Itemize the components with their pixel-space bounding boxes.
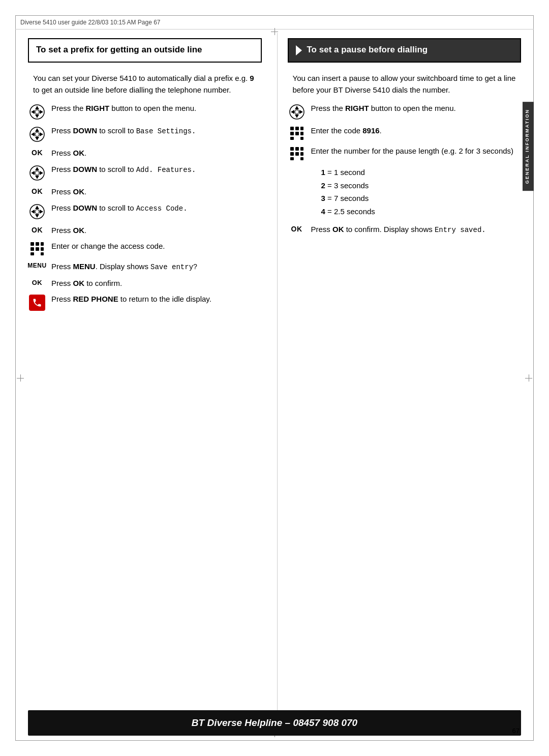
menu-label-1: MENU [28,261,46,269]
svg-rect-52 [290,157,294,160]
pause-values-list: 1 = 1 second 2 = 3 seconds 3 = 7 seconds… [311,166,522,218]
svg-point-11 [35,132,39,136]
right-column: To set a pause before dialling You can i… [277,33,522,715]
nav-icon-right-1 [288,103,306,120]
left-step-8: Enter or change the access code. [28,241,262,256]
title-notch [296,45,302,55]
svg-rect-25 [36,242,39,246]
left-step-10-text: Press OK to confirm. [51,278,262,289]
left-step-11: Press RED PHONE to return to the idle di… [28,294,262,311]
ok-label-3: OK [28,225,46,234]
svg-rect-44 [290,137,294,140]
svg-rect-39 [295,127,299,130]
left-step-3: OK Press OK. [28,148,262,159]
right-step-4-text: Press OK to confirm. Display shows Entry… [311,224,522,235]
ok-label-1: OK [28,148,46,157]
svg-point-5 [35,110,39,114]
nav-icon-3 [28,164,46,181]
svg-marker-34 [295,114,299,118]
svg-marker-14 [35,176,39,179]
footer-helpline: BT Diverse Helpline – 08457 908 070 [28,710,521,736]
svg-rect-45 [300,137,303,140]
svg-marker-21 [31,210,35,214]
left-step-9-text: Press MENU. Display shows Save entry? [51,261,262,272]
right-section-title: To set a pause before dialling [288,38,522,63]
svg-marker-35 [291,110,294,114]
svg-marker-36 [299,110,303,114]
left-step-10: OK Press OK to confirm. [28,278,262,289]
right-step-2: Enter the code 8916. [288,125,522,140]
keypad-icon-1 [28,241,46,256]
left-step-1: Press the RIGHT button to open the menu. [28,103,262,120]
right-step-1: Press the RIGHT button to open the menu. [288,103,522,120]
left-step-7: OK Press OK. [28,225,262,236]
svg-marker-3 [31,110,35,114]
right-desc: You can insert a pause to allow your swi… [288,73,522,96]
svg-marker-9 [31,132,35,136]
svg-rect-30 [30,252,34,255]
left-step-11-text: Press RED PHONE to return to the idle di… [51,294,262,305]
svg-marker-8 [35,137,39,140]
svg-rect-46 [290,147,294,151]
svg-marker-2 [35,114,39,118]
svg-marker-19 [35,206,39,209]
left-step-6-text: Press DOWN to scroll to Access Code. [51,202,262,214]
svg-rect-27 [30,247,34,251]
right-step-2-text: Enter the code 8916. [311,125,522,136]
crosshair-right [525,374,532,382]
svg-rect-51 [300,152,303,156]
left-step-5: OK Press OK. [28,186,262,197]
right-step-3-text: Enter the number for the pause length (e… [311,146,522,157]
left-column: To set a prefix for getting an outside l… [28,33,262,715]
page-number: 67 [512,727,520,735]
left-step-3-text: Press OK. [51,148,262,159]
svg-point-37 [295,110,299,114]
nav-icon-4 [28,202,46,220]
svg-rect-43 [300,132,303,135]
svg-rect-28 [36,247,39,251]
svg-rect-50 [295,152,299,156]
left-step-6: Press DOWN to scroll to Access Code. [28,202,262,220]
left-step-2: Press DOWN to scroll to Base Settings. [28,125,262,142]
pause-value-3: 3 = 7 seconds [321,192,522,205]
ok-label-4: OK [28,278,46,286]
svg-rect-47 [295,147,299,151]
crosshair-left [17,374,24,382]
svg-rect-42 [295,132,299,135]
svg-rect-41 [290,132,294,135]
sidebar-tab: General Information [523,102,534,191]
left-step-4-text: Press DOWN to scroll to Add. Features. [51,164,262,175]
header-line: Diverse 5410 user guide 22/8/03 10:15 AM… [15,15,534,30]
svg-marker-22 [40,210,43,214]
svg-rect-26 [41,242,44,246]
header-text: Diverse 5410 user guide 22/8/03 10:15 AM… [20,19,161,26]
svg-marker-33 [295,106,299,109]
svg-point-17 [35,171,39,175]
svg-rect-53 [300,157,303,160]
right-step-1-text: Press the RIGHT button to open the menu. [311,103,522,114]
svg-rect-24 [30,242,34,246]
left-step-8-text: Enter or change the access code. [51,241,262,252]
pause-value-1: 1 = 1 second [321,166,522,179]
pause-list: 1 = 1 second 2 = 3 seconds 3 = 7 seconds… [288,166,522,218]
left-step-9: MENU Press MENU. Display shows Save entr… [28,261,262,272]
svg-marker-4 [40,110,43,114]
red-phone-icon [28,294,46,311]
ok-label-2: OK [28,186,46,195]
svg-marker-7 [35,128,39,132]
keypad-icon-right-1 [288,125,306,140]
left-section-title: To set a prefix for getting an outside l… [28,38,262,63]
left-step-7-text: Press OK. [51,225,262,236]
left-desc: You can set your Diverse 5410 to automat… [28,73,262,96]
svg-marker-10 [40,132,43,136]
svg-point-23 [35,210,39,214]
svg-rect-40 [300,127,303,130]
svg-marker-1 [35,106,39,109]
red-phone-shape [29,295,45,311]
pause-value-2: 2 = 3 seconds [321,179,522,192]
svg-rect-49 [290,152,294,156]
right-step-4: OK Press OK to confirm. Display shows En… [288,224,522,235]
right-step-3: Enter the number for the pause length (e… [288,146,522,161]
svg-rect-38 [290,127,294,130]
keypad-icon-right-2 [288,146,306,161]
